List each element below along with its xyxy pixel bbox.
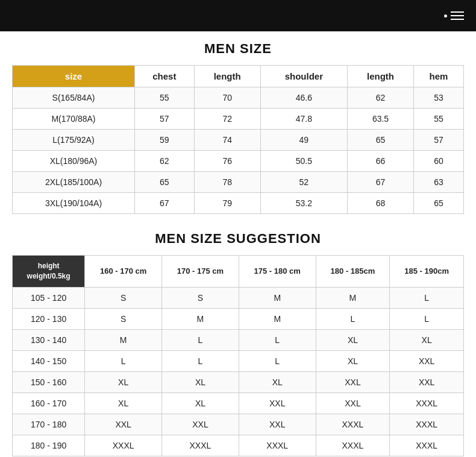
table-row: 170 - 180XXLXXLXXLXXXLXXXL [13, 414, 464, 435]
men-size-table: size chest length shoulder length hem S(… [12, 65, 464, 214]
table-cell: 63.5 [348, 109, 414, 130]
table-cell: XXL [316, 371, 390, 392]
table-cell: XXL [85, 414, 162, 435]
table-cell: XXL [316, 392, 390, 414]
table-row: 150 - 160XLXLXLXXLXXL [13, 371, 464, 392]
col-header-170-175: 170 - 175 cm [162, 256, 239, 288]
menu-button[interactable] [444, 11, 464, 20]
table-cell: L [239, 350, 316, 371]
table-row: 160 - 170XLXLXXLXXLXXXL [13, 392, 464, 414]
table-cell: L [239, 329, 316, 350]
table-cell: M [85, 329, 162, 350]
table-cell: XXXL [162, 435, 239, 456]
table-cell: XXL [239, 392, 316, 414]
table-cell: 65 [134, 172, 194, 193]
table-cell: 67 [134, 193, 194, 214]
table-cell: 70 [194, 87, 260, 109]
table-cell: 140 - 150 [13, 350, 85, 371]
table-cell: 63 [413, 172, 463, 193]
table-cell: XL [85, 392, 162, 414]
col-header-length2: length [348, 66, 414, 87]
table-cell: 66 [348, 151, 414, 172]
men-size-suggestion-table: heightweight/0.5kg 160 - 170 cm 170 - 17… [12, 255, 464, 456]
table-cell: 60 [413, 151, 463, 172]
table-cell: M [316, 287, 390, 308]
table-cell: 3XL(190/104A) [13, 193, 135, 214]
table-cell: XXXL [390, 435, 464, 456]
table-cell: 47.8 [260, 109, 348, 130]
table-cell: 2XL(185/100A) [13, 172, 135, 193]
table-row: S(165/84A)557046.66253 [13, 87, 464, 109]
col-header-hem: hem [413, 66, 463, 87]
table-cell: L [162, 350, 239, 371]
table-cell: 59 [134, 130, 194, 151]
table-cell: XL [316, 350, 390, 371]
col-header-hw: heightweight/0.5kg [13, 256, 85, 288]
table-cell: 76 [194, 151, 260, 172]
table-cell: 68 [348, 193, 414, 214]
table-cell: S [85, 308, 162, 329]
table-cell: XL [316, 329, 390, 350]
table-cell: 55 [413, 109, 463, 130]
table-cell: M [239, 287, 316, 308]
table-cell: 180 - 190 [13, 435, 85, 456]
col-header-160-170: 160 - 170 cm [85, 256, 162, 288]
table-cell: 62 [134, 151, 194, 172]
table-cell: XL [390, 329, 464, 350]
table-cell: 65 [348, 130, 414, 151]
table-row: 3XL(190/104A)677953.26865 [13, 193, 464, 214]
table-cell: XL [162, 371, 239, 392]
table-row: M(170/88A)577247.863.555 [13, 109, 464, 130]
table-cell: XL [162, 392, 239, 414]
table-cell: XXXL [316, 435, 390, 456]
table-cell: 62 [348, 87, 414, 109]
table-cell: XXL [390, 371, 464, 392]
table-cell: S(165/84A) [13, 87, 135, 109]
col-header-chest: chest [134, 66, 194, 87]
men-size-suggestion-title: MEN SIZE SUGGESTION [12, 231, 464, 247]
table-cell: XL(180/96A) [13, 151, 135, 172]
table-cell: M(170/88A) [13, 109, 135, 130]
table-cell: XL [239, 371, 316, 392]
table-cell: 52 [260, 172, 348, 193]
table-cell: L(175/92A) [13, 130, 135, 151]
table-row: 180 - 190XXXLXXXLXXXLXXXLXXXL [13, 435, 464, 456]
menu-dot [444, 14, 447, 17]
table-cell: 53.2 [260, 193, 348, 214]
col-header-175-180: 175 - 180 cm [239, 256, 316, 288]
table-cell: L [390, 287, 464, 308]
table-cell: 105 - 120 [13, 287, 85, 308]
table-cell: XXXL [390, 392, 464, 414]
main-content: MEN SIZE size chest length shoulder leng… [0, 31, 476, 457]
col-header-length1: length [194, 66, 260, 87]
table-cell: XXL [239, 414, 316, 435]
table-cell: L [390, 308, 464, 329]
suggestion-header-row: heightweight/0.5kg 160 - 170 cm 170 - 17… [13, 256, 464, 288]
table-cell: XXXL [239, 435, 316, 456]
table-cell: 65 [413, 193, 463, 214]
table-cell: 67 [348, 172, 414, 193]
table-cell: 120 - 130 [13, 308, 85, 329]
table-cell: 160 - 170 [13, 392, 85, 414]
table-cell: S [162, 287, 239, 308]
col-header-185-190: 185 - 190cm [390, 256, 464, 288]
table-cell: XXXL [316, 414, 390, 435]
table-cell: 46.6 [260, 87, 348, 109]
table-row: L(175/92A)5974496557 [13, 130, 464, 151]
col-header-shoulder: shoulder [260, 66, 348, 87]
table-cell: S [85, 287, 162, 308]
table-cell: 78 [194, 172, 260, 193]
table-cell: L [162, 329, 239, 350]
men-size-title: MEN SIZE [12, 41, 464, 57]
table-cell: 57 [134, 109, 194, 130]
table-cell: 170 - 180 [13, 414, 85, 435]
table-cell: 79 [194, 193, 260, 214]
col-header-180-185: 180 - 185cm [316, 256, 390, 288]
col-header-size: size [13, 66, 135, 87]
table-cell: 57 [413, 130, 463, 151]
table-cell: XXL [390, 350, 464, 371]
table-cell: 49 [260, 130, 348, 151]
table-cell: 50.5 [260, 151, 348, 172]
table-row: 140 - 150LLLXLXXL [13, 350, 464, 371]
table-row: XL(180/96A)627650.56660 [13, 151, 464, 172]
